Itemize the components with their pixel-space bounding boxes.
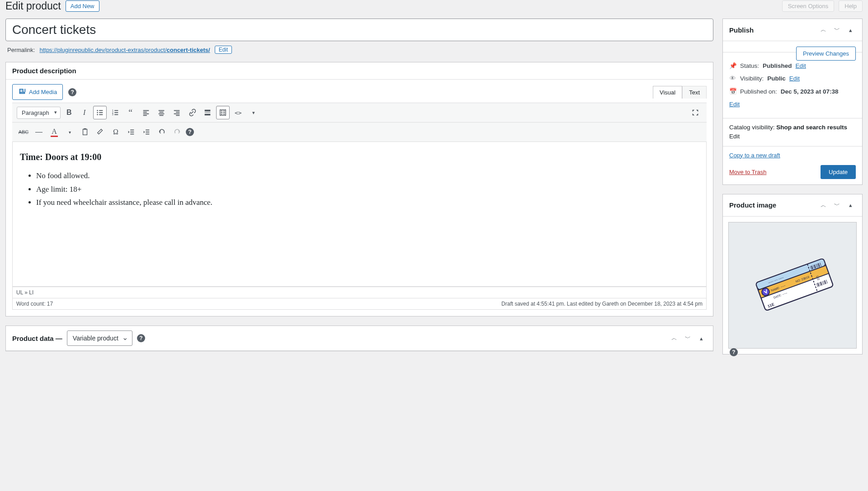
caret-up-icon[interactable]: ▴ [845, 24, 856, 35]
product-image-thumbnail[interactable]: ~~~ ~~ ~~~ NAME: ~~~ DATE: ~~~ NO: 23619… [728, 222, 857, 349]
svg-rect-31 [223, 112, 225, 113]
svg-rect-41 [146, 134, 149, 135]
code-icon[interactable]: <> [231, 106, 245, 119]
editor-content[interactable]: Time: Doors at 19:00 No food allowed. Ag… [12, 142, 707, 287]
published-edit-link[interactable]: Edit [729, 100, 740, 109]
clear-format-icon[interactable] [94, 125, 107, 139]
italic-icon[interactable]: I [78, 106, 91, 119]
bullet-list-icon[interactable] [93, 106, 107, 119]
svg-rect-36 [130, 130, 134, 131]
paste-icon[interactable] [78, 125, 92, 139]
word-count: Word count: 17 [16, 301, 53, 307]
update-button[interactable]: Update [821, 165, 856, 179]
help-icon[interactable]: ? [137, 334, 145, 342]
product-data-label: Product data — [12, 335, 62, 342]
svg-rect-3 [99, 112, 103, 113]
permalink-label: Permalink: [7, 47, 35, 53]
svg-rect-15 [143, 115, 146, 116]
chevron-down-icon[interactable]: ▾ [247, 106, 260, 119]
svg-rect-23 [176, 115, 179, 116]
svg-rect-30 [221, 112, 222, 113]
caret-up-icon[interactable]: ▴ [696, 333, 707, 344]
content-bullet: If you need wheelchair assistance, pleas… [36, 197, 699, 208]
svg-rect-29 [223, 111, 225, 112]
redo-icon[interactable] [170, 125, 184, 139]
help-icon[interactable]: ? [68, 88, 76, 96]
outdent-icon[interactable] [124, 125, 138, 139]
product-image-box: Product image ︿ ﹀ ▴ [722, 194, 863, 354]
ticket-icon: ~~~ ~~ ~~~ NAME: ~~~ DATE: ~~~ NO: 23619… [745, 251, 840, 319]
visibility-value: Public [767, 74, 786, 83]
save-status: Draft saved at 4:55:41 pm. Last edited b… [501, 301, 703, 307]
screen-options-button[interactable]: Screen Options [782, 0, 835, 12]
pin-icon: 📌 [729, 61, 736, 71]
status-value: Published [763, 61, 792, 71]
svg-rect-28 [221, 111, 222, 112]
svg-rect-17 [159, 112, 163, 113]
chevron-down-icon[interactable]: ﹀ [682, 333, 693, 344]
svg-rect-32 [221, 114, 222, 115]
svg-rect-37 [130, 132, 134, 132]
catalog-label: Catalog visibility: [729, 124, 775, 131]
bold-icon[interactable]: B [62, 106, 76, 119]
catalog-value: Shop and search results [776, 124, 847, 131]
chevron-down-icon[interactable]: ﹀ [831, 24, 842, 35]
product-data-box: Product data — Variable product ? ︿ ﹀ ▴ [5, 326, 713, 351]
preview-changes-button[interactable]: Preview Changes [796, 47, 856, 61]
align-right-icon[interactable] [170, 106, 184, 119]
svg-rect-1 [99, 110, 103, 111]
readmore-icon[interactable] [201, 106, 214, 119]
help-button[interactable]: Help [839, 0, 863, 12]
product-title-input[interactable] [5, 19, 713, 41]
chevron-up-icon[interactable]: ︿ [818, 200, 829, 211]
copy-draft-link[interactable]: Copy to a new draft [729, 152, 856, 159]
visual-tab[interactable]: Visual [653, 86, 682, 99]
keyboard-help-icon[interactable]: ? [186, 128, 194, 136]
hr-icon[interactable]: — [32, 125, 46, 139]
text-tab[interactable]: Text [682, 86, 707, 99]
undo-icon[interactable] [155, 125, 169, 139]
add-media-button[interactable]: Add Media [12, 84, 63, 100]
numbered-list-icon[interactable]: 123 [108, 106, 122, 119]
align-left-icon[interactable] [139, 106, 153, 119]
format-select[interactable]: Paragraph [17, 107, 61, 119]
permalink-edit-button[interactable]: Edit [215, 46, 232, 54]
text-color-dropdown-icon[interactable]: ▾ [63, 125, 76, 139]
link-icon[interactable] [185, 106, 199, 119]
visibility-label: Visibility: [740, 74, 764, 83]
move-to-trash-link[interactable]: Move to Trash [729, 169, 766, 175]
description-heading: Product description [12, 67, 76, 75]
svg-rect-14 [143, 113, 149, 114]
permalink-link[interactable]: https://pluginrepublic.dev/product-extra… [39, 47, 210, 53]
catalog-edit-link[interactable]: Edit [729, 133, 740, 140]
align-center-icon[interactable] [155, 106, 168, 119]
fullscreen-icon[interactable] [689, 106, 702, 119]
svg-rect-12 [143, 110, 149, 111]
svg-rect-13 [143, 112, 146, 113]
visibility-edit-link[interactable]: Edit [789, 74, 800, 83]
quote-icon[interactable]: “ [124, 106, 137, 119]
toolbar-toggle-icon[interactable] [216, 106, 230, 119]
publish-box: Publish ︿ ﹀ ▴ Preview Changes 📌 Status: … [722, 19, 863, 185]
publish-heading: Publish [729, 26, 754, 34]
published-label: Published on: [740, 87, 777, 96]
product-type-select[interactable]: Variable product [67, 330, 132, 346]
caret-up-icon[interactable]: ▴ [845, 200, 856, 211]
svg-rect-24 [204, 110, 210, 112]
svg-rect-38 [130, 134, 134, 135]
strikethrough-icon[interactable]: ABC [17, 125, 30, 139]
media-icon [18, 87, 26, 97]
editor-path[interactable]: UL » LI [13, 287, 706, 298]
text-color-icon[interactable]: A [47, 125, 61, 139]
svg-rect-11 [114, 114, 118, 115]
chevron-down-icon[interactable]: ﹀ [831, 200, 842, 211]
add-new-button[interactable]: Add New [66, 0, 99, 12]
indent-icon[interactable] [140, 125, 153, 139]
chevron-up-icon[interactable]: ︿ [669, 333, 679, 344]
svg-point-2 [97, 112, 98, 113]
special-char-icon[interactable]: Ω [109, 125, 123, 139]
calendar-icon: 📅 [729, 87, 736, 96]
chevron-up-icon[interactable]: ︿ [818, 24, 829, 35]
help-icon[interactable]: ? [730, 348, 738, 356]
status-edit-link[interactable]: Edit [796, 61, 806, 71]
